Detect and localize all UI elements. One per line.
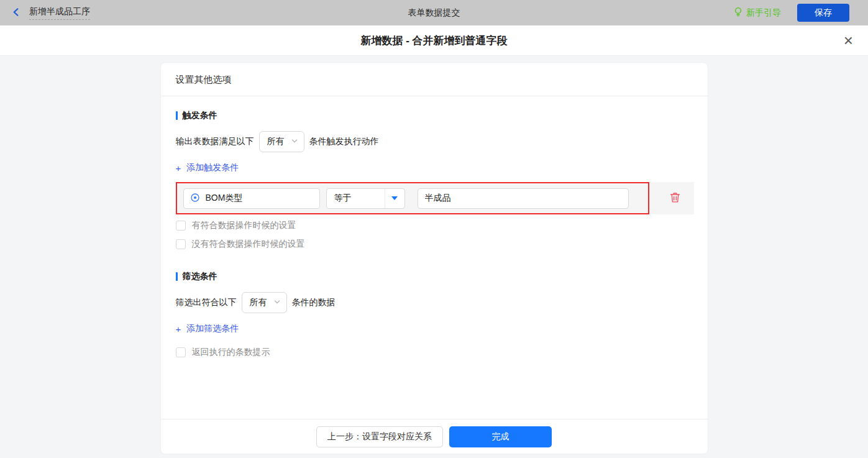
section-title-row: 触发条件: [176, 110, 693, 121]
trigger-sentence: 输出表数据满足以下 所有 条件触发执行动作: [176, 131, 693, 152]
filter-conditions-section: 筛选条件 筛选出符合以下 所有 条件的数据: [176, 271, 693, 358]
topbar: 新增半成品工序 表单数据提交 新手引导 保存: [0, 0, 868, 25]
return-count-row: 返回执行的条数提示: [176, 347, 693, 358]
page-title: 表单数据提交: [408, 7, 460, 19]
trigger-conditions-section: 触发条件 输出表数据满足以下 所有 条件触发执行动作: [176, 110, 693, 250]
add-trigger-condition-label: 添加触发条件: [186, 162, 239, 173]
has-match-setting-checkbox[interactable]: [176, 221, 186, 231]
chevron-down-icon: [291, 137, 298, 147]
modal-title: 新增数据 - 合并新增到普通字段: [360, 34, 507, 48]
condition-operator-select[interactable]: 等于: [326, 188, 405, 209]
filter-section-title: 筛选条件: [183, 271, 217, 282]
done-button[interactable]: 完成: [449, 426, 552, 447]
process-name-label[interactable]: 新增半成品工序: [29, 6, 90, 20]
trigger-match-mode-select[interactable]: 所有: [259, 131, 304, 152]
no-match-setting-label: 没有符合数据操作时候的设置: [192, 239, 305, 250]
topbar-right: 新手引导 保存: [734, 4, 849, 22]
radio-field-icon: [190, 193, 200, 204]
trigger-match-mode-value: 所有: [267, 136, 285, 147]
previous-step-button[interactable]: 上一步：设置字段对应关系: [316, 426, 443, 447]
filter-match-mode-select[interactable]: 所有: [242, 292, 287, 313]
delete-condition-button[interactable]: [670, 192, 680, 205]
condition-field-value: BOM类型: [206, 193, 243, 204]
modal-header: 新增数据 - 合并新增到普通字段 ×: [0, 25, 868, 56]
chevron-down-icon: [273, 298, 281, 308]
card-footer: 上一步：设置字段对应关系 完成: [161, 419, 708, 454]
card-content: 触发条件 输出表数据满足以下 所有 条件触发执行动作: [161, 96, 708, 419]
close-icon[interactable]: ×: [844, 32, 853, 48]
plus-icon: +: [176, 324, 181, 334]
save-button[interactable]: 保存: [797, 4, 849, 22]
no-match-setting-row: 没有符合数据操作时候的设置: [176, 239, 693, 250]
condition-operator-value: 等于: [334, 193, 352, 204]
screen: 新增半成品工序 表单数据提交 新手引导 保存 新增数据 - 合并新增到普通字段 …: [0, 0, 868, 458]
has-match-setting-row: 有符合数据操作时候的设置: [176, 220, 693, 231]
back-button[interactable]: [11, 7, 22, 19]
chevron-left-icon: [11, 7, 22, 19]
trash-icon: [670, 192, 680, 205]
return-count-label: 返回执行的条数提示: [192, 347, 270, 358]
section-title-row: 筛选条件: [176, 271, 693, 282]
filter-match-mode-value: 所有: [250, 297, 267, 308]
caret-down-icon: [391, 196, 398, 200]
trigger-sentence-prefix: 输出表数据满足以下: [176, 136, 254, 147]
has-match-setting-label: 有符合数据操作时候的设置: [192, 220, 296, 231]
beginner-guide-label: 新手引导: [746, 7, 781, 19]
filter-sentence-suffix: 条件的数据: [292, 297, 336, 308]
add-filter-condition-label: 添加筛选条件: [186, 323, 239, 334]
condition-highlight-box: BOM类型 等于: [176, 182, 649, 214]
trigger-section-title: 触发条件: [183, 110, 217, 121]
topbar-left: 新增半成品工序: [11, 6, 90, 20]
filter-sentence-prefix: 筛选出符合以下: [176, 297, 237, 308]
plus-icon: +: [176, 163, 181, 173]
operator-caret-zone[interactable]: [385, 189, 404, 208]
condition-value-input[interactable]: [418, 188, 629, 209]
no-match-setting-checkbox[interactable]: [176, 239, 186, 249]
condition-field-select[interactable]: BOM类型: [183, 188, 320, 209]
modal-body: 设置其他选项 触发条件 输出表数据满足以下 所有: [0, 56, 868, 458]
add-trigger-condition-link[interactable]: + 添加触发条件: [176, 162, 239, 173]
condition-row: BOM类型 等于: [176, 182, 694, 214]
lightbulb-icon: [734, 7, 742, 19]
beginner-guide-link[interactable]: 新手引导: [734, 7, 781, 19]
section-marker-bar: [176, 111, 178, 120]
return-count-checkbox[interactable]: [176, 347, 186, 357]
card-header-title: 设置其他选项: [161, 63, 708, 96]
trigger-sentence-suffix: 条件触发执行动作: [309, 136, 379, 147]
filter-sentence: 筛选出符合以下 所有 条件的数据: [176, 292, 693, 313]
options-card: 设置其他选项 触发条件 输出表数据满足以下 所有: [160, 62, 708, 454]
add-filter-condition-link[interactable]: + 添加筛选条件: [176, 323, 239, 334]
section-marker-bar: [176, 272, 178, 281]
